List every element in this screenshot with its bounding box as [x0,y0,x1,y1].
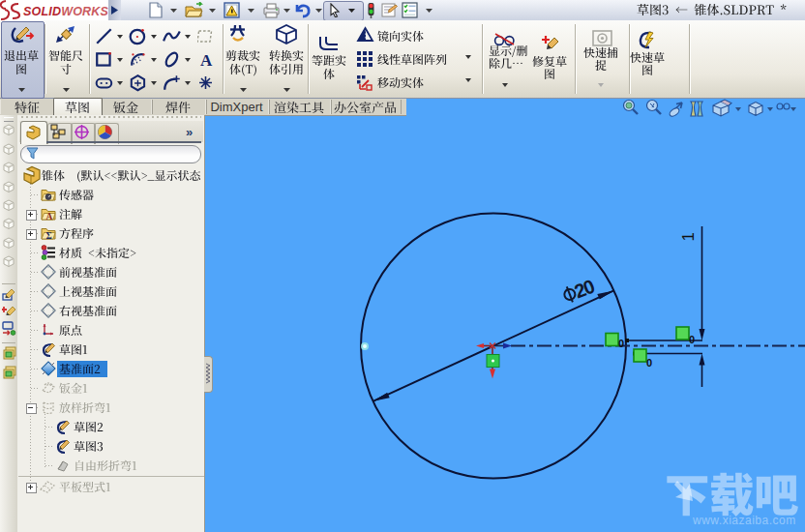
svg-text:Σ: Σ [46,231,52,241]
svg-text:0: 0 [689,334,695,345]
svg-text:A: A [46,212,53,222]
svg-text:0: 0 [646,357,652,369]
svg-text:20: 20 [572,276,598,303]
svg-text:0: 0 [618,338,624,349]
svg-text:1: 1 [679,232,698,241]
svg-text:A: A [200,51,213,69]
